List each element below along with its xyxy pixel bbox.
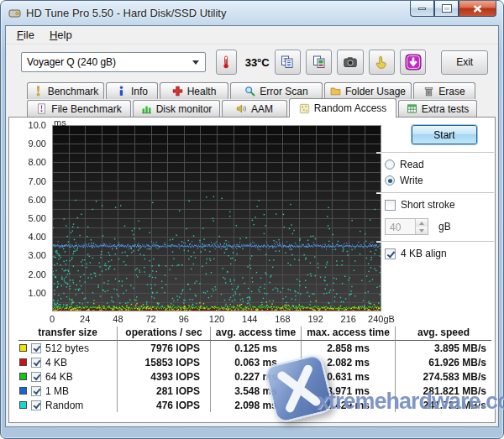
max-access-value: 0.631 ms [301, 369, 395, 384]
max-access-value: 3.971 ms [301, 384, 395, 398]
series-label: 512 bytes [45, 342, 89, 354]
tab-file-benchmark[interactable]: File Benchmark [27, 100, 131, 117]
avg-access-value: 0.125 ms [210, 341, 301, 355]
menu-bar: File Help [6, 26, 498, 44]
x-tick-label: 96 [179, 314, 189, 324]
app-icon [8, 7, 21, 19]
ops-value: 476 IOPS [117, 398, 210, 412]
screenshot-button[interactable] [337, 50, 363, 75]
x-tick-label: 144 [242, 314, 257, 324]
read-radio-label: Read [400, 159, 424, 170]
table-row: 64 KB 4393 IOPS 0.227 ms 0.631 ms 274.58… [18, 369, 491, 384]
menu-file[interactable]: File [9, 27, 42, 43]
stroke-size-stepper[interactable]: 40 [385, 218, 428, 235]
align-checkbox-label: 4 KB align [401, 248, 447, 259]
close-button[interactable] [459, 1, 496, 17]
pointer-hand-button[interactable] [369, 50, 395, 75]
maximize-button[interactable] [434, 1, 459, 17]
minimize-button[interactable] [410, 1, 434, 17]
y-tick-label: 4.00 [9, 232, 46, 242]
series-checkbox[interactable] [31, 386, 41, 396]
temperature-button[interactable] [216, 50, 237, 75]
series-color-swatch [19, 344, 27, 352]
x-tick-label: 168 [275, 314, 290, 324]
series-checkbox[interactable] [31, 372, 41, 382]
y-tick-label: 7.00 [9, 176, 46, 186]
stepper-down-button[interactable] [416, 227, 428, 234]
close-icon [473, 5, 482, 13]
avg-access-value: 3.548 ms [210, 384, 301, 398]
tab-row-2: File Benchmark Disk monitor AAM Random A… [8, 100, 496, 118]
column-header-max-access: max. access time [301, 327, 395, 341]
test-control-panel: Start Read Write Short stroke [376, 122, 494, 259]
file-benchmark-icon [36, 103, 47, 114]
y-tick-label: 9.00 [9, 138, 46, 149]
y-tick-label: 5.00 [9, 213, 46, 223]
exit-button[interactable]: Exit [441, 50, 488, 75]
x-tick-label: 240gB [368, 314, 395, 324]
tab-extra-tests[interactable]: Extra tests [398, 100, 477, 117]
avg-speed-value: 281.821 MB/s [395, 384, 491, 398]
tab-erase[interactable]: Erase [413, 82, 475, 99]
tab-disk-monitor[interactable]: Disk monitor [133, 100, 220, 117]
series-label: 4 KB [45, 357, 67, 368]
tab-error-scan[interactable]: Error Scan [230, 82, 323, 99]
series-color-swatch [19, 401, 27, 409]
menu-help[interactable]: Help [42, 27, 80, 43]
chevron-down-icon [192, 60, 199, 65]
tab-label: Info [131, 86, 148, 97]
radio-circle [385, 159, 395, 170]
tab-label: Extra tests [422, 103, 470, 115]
access-time-chart [52, 125, 381, 311]
table-row: 1 MB 281 IOPS 3.548 ms 3.971 ms 281.821 … [18, 384, 491, 398]
separator [376, 241, 494, 243]
read-radio[interactable]: Read [385, 159, 494, 170]
copy-image-button[interactable] [306, 50, 332, 75]
y-tick-label: 3.00 [9, 250, 46, 260]
avg-speed-value: 61.926 MB/s [395, 355, 491, 369]
tab-folder-usage[interactable]: Folder Usage [324, 82, 412, 99]
y-tick-label: 2.00 [9, 269, 46, 280]
stepper-up-button[interactable] [416, 219, 428, 227]
align-checkbox[interactable]: 4 KB align [385, 248, 494, 259]
download-button[interactable] [400, 50, 426, 75]
series-checkbox[interactable] [31, 400, 41, 410]
short-stroke-size-row: 40 gB [385, 218, 494, 235]
drive-select[interactable]: Voyager Q (240 gB) [21, 52, 206, 72]
tab-label: Error Scan [260, 86, 307, 97]
tab-benchmark[interactable]: Benchmark [27, 82, 104, 99]
series-label: Random [45, 400, 83, 411]
table-header-row: transfer size operations / sec avg. acce… [18, 327, 491, 341]
titlebar[interactable]: HD Tune Pro 5.50 - Hard Disk/SSD Utility [1, 1, 503, 25]
avg-access-value: 0.063 ms [210, 355, 301, 369]
avg-speed-value: 241.732 MB/s [395, 398, 491, 412]
short-stroke-checkbox[interactable]: Short stroke [385, 199, 494, 211]
thermometer-icon [219, 55, 233, 70]
separator [376, 152, 494, 154]
tab-label: Benchmark [48, 86, 99, 97]
tab-health[interactable]: Health [160, 82, 228, 99]
column-header-avg-speed: avg. speed [395, 327, 491, 341]
copy-text-button[interactable] [275, 50, 301, 75]
erase-icon [423, 86, 434, 97]
stepper-buttons[interactable] [415, 219, 428, 234]
series-checkbox[interactable] [31, 358, 41, 368]
tab-label: Disk monitor [156, 103, 213, 115]
tab-info[interactable]: Info [106, 82, 158, 99]
tab-aam[interactable]: AAM [222, 100, 287, 117]
write-radio[interactable]: Write [385, 175, 494, 186]
table-row: 512 bytes 7976 IOPS 0.125 ms 2.858 ms 3.… [18, 341, 491, 355]
series-checkbox[interactable] [31, 343, 41, 353]
tab-row-1: Benchmark Info Health Error Scan Folder … [8, 82, 496, 100]
radio-circle [385, 175, 395, 186]
start-button[interactable]: Start [412, 125, 477, 144]
copy-image-icon [312, 55, 327, 70]
column-header-operations: operations / sec [117, 327, 210, 341]
tab-random-access[interactable]: Random Access [289, 98, 396, 118]
window-title: HD Tune Pro 5.50 - Hard Disk/SSD Utility [26, 7, 226, 19]
x-tick-label: 120 [209, 314, 224, 324]
download-arrow-icon [405, 54, 422, 71]
max-access-value: 2.082 ms [301, 355, 395, 369]
table-row: Random 476 IOPS 2.098 ms 6.429 ms 241.73… [18, 398, 491, 412]
y-tick-label: 6.00 [9, 195, 46, 205]
